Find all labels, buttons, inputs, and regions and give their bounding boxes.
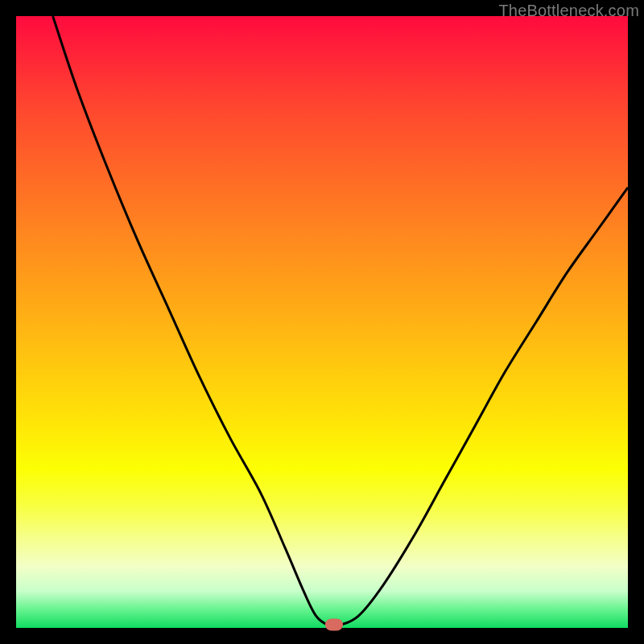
plot-area: [16, 16, 628, 628]
optimal-marker: [325, 619, 343, 631]
bottleneck-curve: [16, 16, 628, 628]
curve-path: [53, 16, 628, 626]
chart-frame: TheBottleneck.com: [0, 0, 644, 644]
